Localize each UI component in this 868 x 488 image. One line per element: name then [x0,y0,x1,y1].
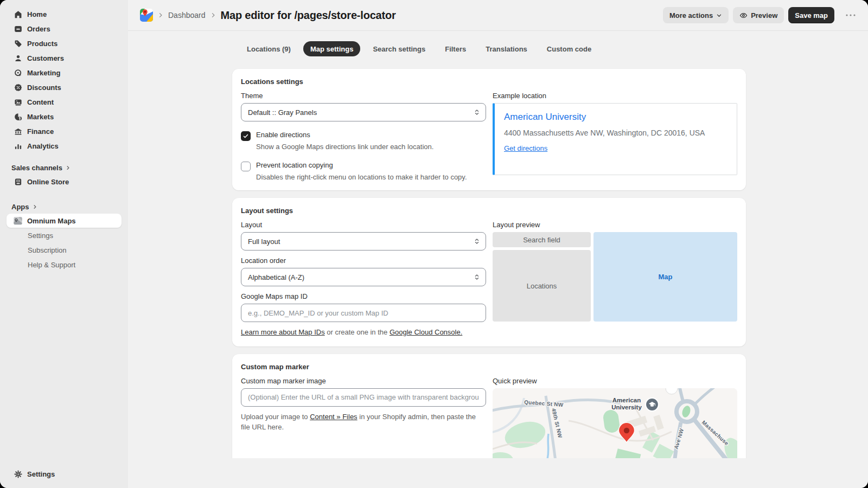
sidebar-item-omnium-maps[interactable]: Omnium Maps [7,214,122,228]
sidebar-item-label: Marketing [27,69,60,77]
main-area: Dashboard Map editor for /pages/store-lo… [128,0,868,488]
sidebar-item-label: Products [27,40,58,48]
app-window: Home Orders Products Customers Marketing… [0,0,868,488]
tab-custom-code[interactable]: Custom code [540,41,598,56]
sidebar-section-sales-channels[interactable]: Sales channels [11,164,117,172]
sidebar-item-settings[interactable]: Settings [7,467,122,481]
sidebar-item-customers[interactable]: Customers [7,51,122,65]
overflow-menu-button[interactable] [843,7,858,23]
layout-select[interactable]: Full layout [241,232,486,251]
theme-select-value: Default :: Gray Panels [248,108,317,117]
card-title: Custom map marker [241,363,737,371]
tab-map-settings[interactable]: Map settings [303,41,360,56]
apps-label: Apps [11,203,29,211]
card-title: Layout settings [241,207,737,215]
learn-more-map-ids-link[interactable]: Learn more about Map IDs [241,328,325,336]
sidebar-subitem-settings[interactable]: Settings [7,228,122,242]
sidebar-item-online-store[interactable]: Online Store [7,175,122,189]
bar-chart-icon [13,141,23,151]
example-location-name: American University [504,112,727,123]
page-title: Map editor for /pages/store-locator [221,9,396,22]
preview-locations-box: Locations [493,250,591,322]
theme-select[interactable]: Default :: Gray Panels [241,103,486,121]
home-icon [13,9,23,19]
sidebar: Home Orders Products Customers Marketing… [0,0,128,488]
checkmark-icon [242,133,249,139]
breadcrumb-dashboard-link[interactable]: Dashboard [168,11,206,20]
prevent-copy-checkbox[interactable] [241,162,251,171]
sidebar-item-markets[interactable]: Markets [7,110,122,124]
select-caret-icon [473,237,481,245]
tab-translations[interactable]: Translations [478,41,534,56]
chevron-right-icon [210,12,216,18]
google-maps-app-icon [140,9,153,22]
gear-icon [13,469,23,479]
sidebar-item-orders[interactable]: Orders [7,22,122,36]
map-id-input[interactable] [241,304,486,322]
sidebar-item-home[interactable]: Home [7,7,122,21]
marker-image-helper: Upload your image to Content » Files in … [241,412,486,433]
sidebar-section-apps[interactable]: Apps [11,203,117,211]
locations-settings-card: Locations settings Theme Default :: Gray… [232,69,746,190]
sidebar-item-marketing[interactable]: Marketing [7,66,122,80]
sidebar-item-label: Online Store [27,178,69,186]
sidebar-item-label: Settings [27,470,55,478]
sidebar-item-label: Omnium Maps [27,217,76,225]
scroll-content: Locations (9) Map settings Search settin… [128,31,868,458]
custom-map-marker-card: Custom map marker Custom map marker imag… [232,354,746,458]
enable-directions-row: Enable directions Show a Google Maps dir… [241,131,486,152]
sidebar-subitem-subscription[interactable]: Subscription [7,243,122,257]
location-order-select[interactable]: Alphabetical (A-Z) [241,268,486,286]
tab-locations[interactable]: Locations (9) [240,41,298,56]
chevron-right-icon [32,204,38,210]
prevent-copy-label[interactable]: Prevent location copying [256,161,467,169]
map-id-label: Google Maps map ID [241,292,486,300]
settings-cards: Locations settings Theme Default :: Gray… [232,69,746,458]
sidebar-item-discounts[interactable]: Discounts [7,80,122,94]
tag-icon [13,38,23,48]
preview-button[interactable]: Preview [733,7,784,23]
image-icon [13,97,23,107]
poi-label-university: University [611,404,642,410]
eye-icon [739,11,748,20]
map-image: Quebec St NW 49th St NW American Univers… [493,388,737,458]
sidebar-item-label: Content [27,98,54,106]
sidebar-item-label: Home [27,10,47,18]
sidebar-item-content[interactable]: Content [7,95,122,109]
preview-search-field-box: Search field [493,232,591,247]
example-location-address: 4400 Massachusetts Ave NW, Washington, D… [504,127,726,138]
sidebar-item-products[interactable]: Products [7,36,122,50]
sidebar-item-label: Discounts [27,84,61,92]
layout-select-value: Full layout [248,237,280,246]
marker-image-url-input[interactable] [241,388,486,407]
layout-settings-card: Layout settings Layout Full layout Locat… [232,198,746,346]
map-quick-preview: Quebec St NW 49th St NW American Univers… [493,388,737,458]
prevent-copy-row: Prevent location copying Disables the ri… [241,161,486,182]
example-location-label: Example location [493,92,737,100]
prevent-copy-help: Disables the right-click menu on locatio… [256,172,467,182]
example-location-panel: American University 4400 Massachusetts A… [493,103,737,175]
chevron-down-icon [716,12,722,18]
google-cloud-console-link[interactable]: Google Cloud Console. [390,328,462,336]
enable-directions-label[interactable]: Enable directions [256,131,433,139]
more-actions-button[interactable]: More actions [663,7,729,23]
bank-icon [13,126,23,136]
preview-map-box: Map [593,232,737,322]
map-id-helper: Learn more about Map IDs or create one i… [241,327,486,338]
header-actions: More actions Preview Save map [663,7,858,23]
globe-dollar-icon [13,112,23,121]
tab-filters[interactable]: Filters [438,41,473,56]
content-files-link[interactable]: Content » Files [310,413,357,421]
save-map-button[interactable]: Save map [788,7,834,23]
location-order-select-value: Alphabetical (A-Z) [248,273,304,281]
sidebar-item-analytics[interactable]: Analytics [7,139,122,153]
enable-directions-help: Show a Google Maps directions link under… [256,142,433,152]
tab-search-settings[interactable]: Search settings [366,41,432,56]
marker-image-label: Custom map marker image [241,377,486,385]
get-directions-link[interactable]: Get directions [504,144,547,152]
sales-channels-label: Sales channels [11,164,62,172]
sidebar-item-finance[interactable]: Finance [7,124,122,138]
sidebar-subitem-help-support[interactable]: Help & Support [7,258,122,272]
enable-directions-checkbox[interactable] [241,131,251,141]
quick-preview-label: Quick preview [493,377,737,385]
